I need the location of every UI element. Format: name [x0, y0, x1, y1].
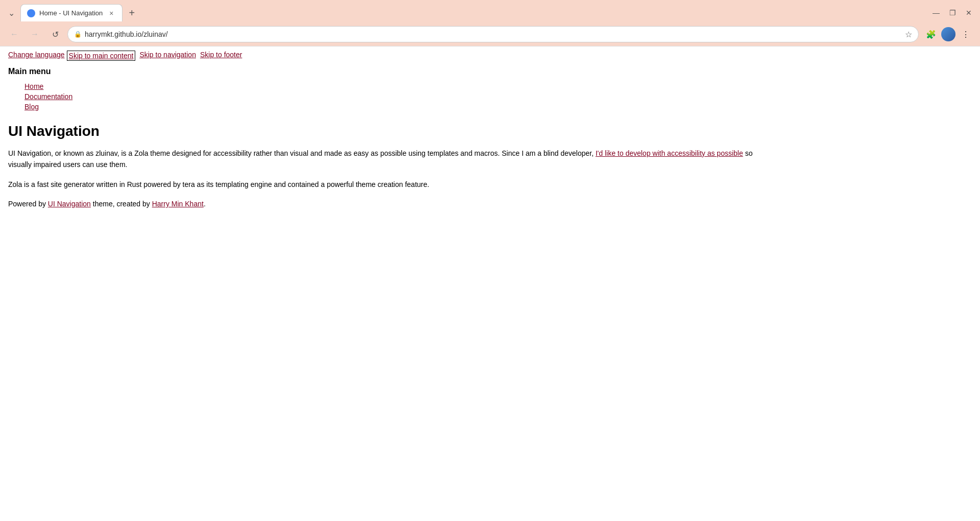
main-menu-list: Home Documentation Blog	[24, 82, 972, 111]
main-menu: Main menu Home Documentation Blog	[8, 67, 972, 111]
more-icon: ⋮	[962, 30, 970, 39]
skip-main-content-link[interactable]: Skip to main content	[67, 51, 136, 61]
extensions-button[interactable]: 🧩	[923, 26, 939, 42]
page-description: UI Navigation, or known as zluinav, is a…	[8, 148, 774, 171]
active-tab[interactable]: Home - UI Navigation ×	[20, 4, 122, 21]
menu-item-home[interactable]: Home	[24, 82, 43, 90]
description-text-1: UI Navigation, or known as zluinav, is a…	[8, 149, 594, 157]
tab-favicon	[27, 9, 35, 17]
bookmark-star-icon[interactable]: ☆	[905, 30, 912, 39]
ui-navigation-link[interactable]: UI Navigation	[48, 200, 91, 208]
address-bar[interactable]: 🔒 ☆	[67, 26, 919, 42]
page-title: UI Navigation	[8, 123, 972, 139]
powered-by: Powered by UI Navigation theme, created …	[8, 198, 972, 209]
tab-prev-button[interactable]: ⌄	[4, 6, 18, 20]
tab-close-button[interactable]: ×	[107, 9, 116, 18]
back-button[interactable]: ←	[6, 26, 22, 42]
browser-chrome: ⌄ Home - UI Navigation × + — ❐ ✕ ← → ↺ 🔒…	[0, 0, 980, 46]
list-item: Blog	[24, 103, 972, 111]
change-language-link[interactable]: Change language	[8, 51, 65, 61]
profile-button[interactable]	[941, 27, 955, 41]
powered-by-prefix: Powered by	[8, 200, 48, 208]
tab-bar: ⌄ Home - UI Navigation × + — ❐ ✕	[0, 0, 980, 22]
forward-button[interactable]: →	[27, 26, 43, 42]
page-content: Change language Skip to main content Ski…	[0, 46, 980, 516]
profile-avatar	[941, 27, 955, 41]
navigation-bar: ← → ↺ 🔒 ☆ 🧩 ⋮	[0, 22, 980, 46]
list-item: Documentation	[24, 92, 972, 101]
nav-actions: 🧩 ⋮	[923, 26, 974, 42]
maximize-button[interactable]: ❐	[945, 6, 960, 20]
extensions-icon: 🧩	[926, 30, 936, 39]
menu-item-documentation[interactable]: Documentation	[24, 92, 72, 101]
powered-by-post: .	[204, 200, 206, 208]
lock-icon: 🔒	[74, 31, 82, 38]
zola-description: Zola is a fast site generator written in…	[8, 179, 972, 190]
reload-button[interactable]: ↺	[47, 26, 63, 42]
skip-navigation-link[interactable]: Skip to navigation	[139, 51, 196, 61]
menu-item-blog[interactable]: Blog	[24, 103, 39, 111]
window-controls: — ❐ ✕	[929, 6, 976, 20]
skip-footer-link[interactable]: Skip to footer	[200, 51, 242, 61]
new-tab-button[interactable]: +	[125, 6, 139, 20]
close-window-button[interactable]: ✕	[962, 6, 976, 20]
more-menu-button[interactable]: ⋮	[958, 26, 974, 42]
skip-links: Change language Skip to main content Ski…	[8, 51, 972, 61]
main-menu-heading: Main menu	[8, 67, 972, 76]
accessibility-link[interactable]: I'd like to develop with accessibility a…	[596, 149, 743, 157]
url-input[interactable]	[85, 30, 902, 38]
harry-min-khant-link[interactable]: Harry Min Khant	[152, 200, 204, 208]
list-item: Home	[24, 82, 972, 90]
powered-by-mid: theme, created by	[91, 200, 152, 208]
minimize-button[interactable]: —	[929, 6, 943, 20]
tab-title: Home - UI Navigation	[39, 9, 103, 17]
